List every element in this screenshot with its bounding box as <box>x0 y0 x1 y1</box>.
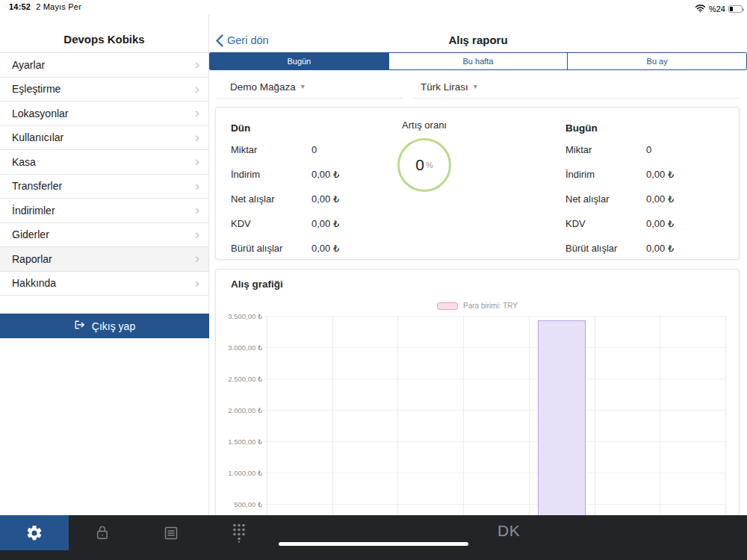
dock-bar: DK <box>0 515 747 560</box>
v-gridline <box>595 316 595 515</box>
sidebar-item-label: İndirimler <box>12 205 55 217</box>
period-segmented-control: Bugün Bu hafta Bu ay <box>209 52 747 70</box>
growth-ring: 0% <box>397 138 451 192</box>
stat-label: Net alışlar <box>565 193 646 205</box>
gear-icon <box>25 524 43 542</box>
home-indicator[interactable] <box>279 542 468 546</box>
stat-value: 0,00 ₺ <box>646 218 674 229</box>
stat-row: Miktar0 <box>231 137 339 162</box>
chart-card: Alış grafiği Para birimi: TRY 3.500,00 ₺… <box>215 269 740 515</box>
list-icon <box>163 525 179 541</box>
stat-value: 0,00 ₺ <box>311 218 339 229</box>
wifi-icon <box>695 2 706 16</box>
summary-card: Dün Miktar0İndirim0,00 ₺Net alışlar0,00 … <box>215 107 740 260</box>
chevron-right-icon: › <box>195 105 199 119</box>
currency-dropdown[interactable]: Türk Lirası ▾ <box>413 76 740 99</box>
sidebar-item-hakkinda[interactable]: Hakkında› <box>0 272 208 296</box>
stat-row: KDV0,00 ₺ <box>565 211 674 236</box>
y-axis-tick-label: 1.000,00 ₺ <box>217 469 262 477</box>
stat-value: 0,00 ₺ <box>311 243 339 254</box>
stat-label: Net alışlar <box>231 193 311 205</box>
sidebar-item-label: Kasa <box>12 156 36 168</box>
chevron-right-icon: › <box>195 178 199 193</box>
stat-row: Bürüt alışlar0,00 ₺ <box>565 236 674 261</box>
sidebar-item-transferler[interactable]: Transferler› <box>0 175 208 199</box>
summary-yesterday-title: Dün <box>231 118 339 137</box>
stat-row: Bürüt alışlar0,00 ₺ <box>231 236 339 261</box>
summary-today: Bugün Miktar0İndirim0,00 ₺Net alışlar0,0… <box>565 118 674 261</box>
sidebar-item-kasa[interactable]: Kasa› <box>0 150 208 175</box>
chevron-right-icon: › <box>195 57 199 71</box>
battery-icon <box>728 5 743 13</box>
growth-unit: % <box>426 161 433 169</box>
tab-bugun[interactable]: Bugün <box>210 53 388 69</box>
user-initials-badge: DK <box>498 522 520 540</box>
battery-percent: %24 <box>709 4 725 13</box>
stat-value: 0,00 ₺ <box>646 169 674 180</box>
sidebar-item-ayarlar[interactable]: Ayarlar› <box>0 53 208 78</box>
legend-label: Para birimi: TRY <box>463 302 518 310</box>
currency-dropdown-value: Türk Lirası <box>421 81 468 93</box>
stat-value: 0,00 ₺ <box>646 243 674 254</box>
sidebar-item-indirimler[interactable]: İndirimler› <box>0 199 208 223</box>
store-dropdown[interactable]: Demo Mağaza ▾ <box>217 76 402 99</box>
sidebar-item-lokasyonlar[interactable]: Lokasyonlar› <box>0 102 208 126</box>
logout-label: Çıkış yap <box>92 320 135 332</box>
stat-value: 0 <box>646 144 674 155</box>
chevron-right-icon: › <box>195 251 199 265</box>
v-gridline <box>660 316 660 515</box>
chevron-right-icon: › <box>195 276 199 290</box>
stat-value: 0,00 ₺ <box>646 193 674 205</box>
dock-tab-settings[interactable] <box>0 515 69 550</box>
chevron-right-icon: › <box>195 130 199 144</box>
sidebar-item-kullanicilar[interactable]: Kullanıcılar› <box>0 126 208 151</box>
sidebar-item-label: Eşleştirme <box>12 83 61 95</box>
y-axis-tick-label: 2.000,00 ₺ <box>217 406 262 414</box>
dock-tab-orders[interactable] <box>137 515 205 550</box>
tab-bu-hafta[interactable]: Bu hafta <box>388 53 568 69</box>
sidebar-item-label: Raporlar <box>12 253 52 265</box>
summary-left-rows: Miktar0İndirim0,00 ₺Net alışlar0,00 ₺KDV… <box>231 137 339 261</box>
sidebar-item-label: Lokasyonlar <box>12 108 69 119</box>
growth-value: 0 <box>415 156 424 174</box>
v-gridline <box>529 316 530 515</box>
chevron-right-icon: › <box>195 81 199 96</box>
chart-title: Alış grafiği <box>231 279 283 290</box>
chevron-right-icon: › <box>195 154 199 168</box>
sidebar-item-label: Kullanıcılar <box>12 131 63 143</box>
stat-label: İndirim <box>565 169 646 180</box>
stat-value: 0 <box>311 144 339 155</box>
sidebar-item-label: Giderler <box>12 228 49 240</box>
logout-icon <box>74 320 86 332</box>
sidebar-item-giderler[interactable]: Giderler› <box>0 223 208 248</box>
keypad-icon <box>232 523 247 543</box>
dock-tabs <box>0 515 273 550</box>
status-time: 14:52 <box>9 2 31 11</box>
stat-label: KDV <box>565 218 646 229</box>
sidebar: Devops Kobiks Ayarlar›Eşleştirme›Lokasyo… <box>0 15 209 515</box>
stat-row: Miktar0 <box>565 137 674 162</box>
stat-row: Net alışlar0,00 ₺ <box>231 187 339 211</box>
status-right: %24 <box>695 2 743 16</box>
status-time-date: 14:522 Mayıs Per <box>9 2 81 11</box>
status-bar: 14:522 Mayıs Per %24 <box>0 0 747 15</box>
v-gridline <box>267 316 267 515</box>
v-gridline <box>725 316 726 515</box>
app-window: 14:522 Mayıs Per %24 Devops Kobiks Ayarl… <box>0 0 747 560</box>
status-date: 2 Mayıs Per <box>36 2 81 11</box>
chevron-right-icon: › <box>195 202 199 217</box>
stat-row: KDV0,00 ₺ <box>231 211 339 236</box>
growth-block: Artış oranı 0% <box>376 119 473 192</box>
v-gridline <box>397 316 398 515</box>
dock-tab-lock[interactable] <box>69 515 137 550</box>
dock-tab-keypad[interactable] <box>205 515 274 550</box>
sidebar-item-label: Transferler <box>12 180 62 192</box>
tab-bu-ay[interactable]: Bu ay <box>567 53 746 69</box>
stat-row: Net alışlar0,00 ₺ <box>565 187 674 211</box>
v-gridline <box>332 316 333 515</box>
sidebar-item-raporlar[interactable]: Raporlar› <box>0 247 208 272</box>
sidebar-menu: Ayarlar›Eşleştirme›Lokasyonlar›Kullanıcı… <box>0 52 208 296</box>
y-axis-tick-label: 3.000,00 ₺ <box>217 343 262 352</box>
logout-button[interactable]: Çıkış yap <box>0 314 209 338</box>
sidebar-item-eslestirme[interactable]: Eşleştirme› <box>0 78 208 102</box>
